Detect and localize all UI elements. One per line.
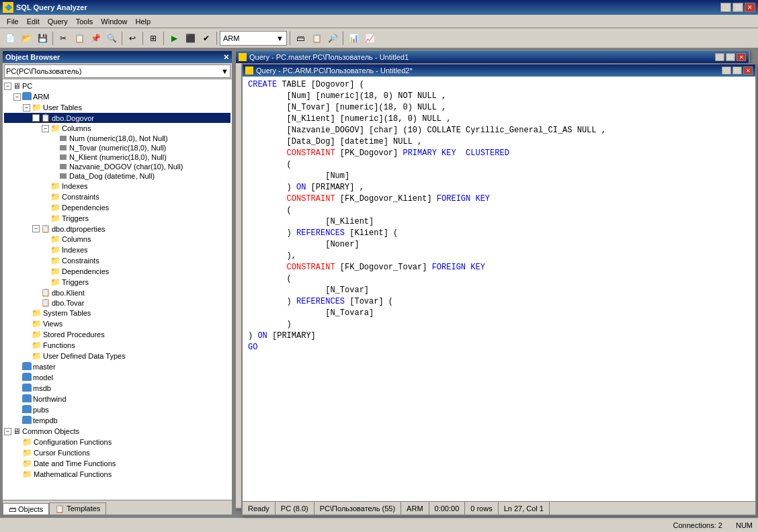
- tree-item[interactable]: − 📁 Columns: [4, 123, 230, 134]
- search-button[interactable]: 🔎: [325, 31, 340, 46]
- execution-plan-button[interactable]: 📈: [362, 31, 377, 46]
- templates-tab[interactable]: 📋 Templates: [49, 502, 106, 515]
- open-button[interactable]: 📂: [19, 31, 34, 46]
- tree-item[interactable]: model: [4, 372, 230, 383]
- maximize-button[interactable]: □: [732, 3, 743, 12]
- inner-restore[interactable]: □: [732, 66, 742, 75]
- close-button[interactable]: ✕: [745, 3, 755, 12]
- separator4: [163, 32, 164, 45]
- tree-item[interactable]: 📁 Triggers: [4, 213, 230, 224]
- tree-item[interactable]: 📁 Indexes: [4, 181, 230, 191]
- tree-item[interactable]: − 📋 dbo.dtproperties: [4, 224, 230, 234]
- tree-type-icon: 📋: [41, 298, 50, 307]
- parse-button[interactable]: ✔: [199, 31, 214, 46]
- tree-item[interactable]: − 🖥 PC: [4, 81, 230, 91]
- tree-item[interactable]: 📁 User Defined Data Types: [4, 351, 230, 361]
- database-dropdown[interactable]: ARM ▼: [220, 31, 287, 46]
- tree-type-icon: 📁: [50, 192, 60, 202]
- tree-label: Nazvanie_DOGOV (char(10), Null): [69, 163, 183, 171]
- menu-query[interactable]: Query: [44, 16, 72, 27]
- tree-type-icon: 📋: [41, 114, 50, 122]
- paste-button[interactable]: 📌: [88, 31, 103, 46]
- undo-button[interactable]: ↩: [125, 31, 140, 46]
- tree-label: Columns: [62, 235, 91, 243]
- tree-type-icon: 📋: [41, 224, 50, 233]
- code-editor[interactable]: CREATE TABLE [Dogovor] ( [Num] [numeric]…: [243, 77, 755, 501]
- code-line: ) REFERENCES [Klient] (: [248, 228, 750, 239]
- tree-item[interactable]: 📋 dbo.Klient: [4, 287, 230, 298]
- tree-item[interactable]: N_Klient (numeric(18,0), Null): [4, 152, 230, 162]
- code-token: ON: [257, 331, 267, 341]
- outer-close[interactable]: ✕: [736, 53, 746, 61]
- tree-item[interactable]: 📁 Constraints: [4, 191, 230, 202]
- menu-edit[interactable]: Edit: [23, 16, 44, 27]
- code-line: ) ON [PRIMARY]: [248, 330, 750, 342]
- find-button[interactable]: 🔍: [104, 31, 119, 46]
- copy-button[interactable]: 📋: [72, 31, 87, 46]
- objects-tab[interactable]: 🗃 Objects: [3, 503, 49, 515]
- tree-item[interactable]: master: [4, 361, 230, 372]
- tree-item[interactable]: − 📋 dbo.Dogovor: [4, 113, 230, 123]
- tree-item[interactable]: 📁 Date and Time Functions: [4, 458, 230, 469]
- tree-item[interactable]: Num (numeric(18,0), Not Null): [4, 134, 230, 143]
- tree-type-icon: 📁: [50, 267, 60, 276]
- tree-item[interactable]: 📋 dbo.Tovar: [4, 298, 230, 308]
- object-browser-button[interactable]: 🗃: [293, 31, 308, 46]
- menu-help[interactable]: Help: [131, 16, 155, 27]
- cut-button[interactable]: ✂: [56, 31, 71, 46]
- menu-file[interactable]: File: [3, 16, 23, 27]
- tree-type-icon: 📁: [32, 330, 42, 339]
- code-token: PRIMARY KEY CLUSTERED: [403, 148, 509, 158]
- inner-close[interactable]: ✕: [743, 66, 753, 75]
- status-ready: Ready: [245, 502, 276, 515]
- tree-label: Constraints: [62, 193, 99, 201]
- tree-label: master: [33, 363, 56, 371]
- tree-item[interactable]: − 📁 User Tables: [4, 102, 230, 113]
- window-split-button[interactable]: ⊞: [146, 31, 161, 46]
- tree-view[interactable]: − 🖥 PC − ARM − 📁 User Tables − 📋 dbo.Dog…: [3, 79, 232, 500]
- tree-type-icon: 📁: [50, 234, 60, 244]
- tree-item[interactable]: − 🖥 Common Objects: [4, 426, 230, 437]
- outer-restore[interactable]: □: [726, 53, 735, 61]
- tree-item[interactable]: 📁 Columns: [4, 234, 230, 245]
- tree-item[interactable]: 📁 System Tables: [4, 308, 230, 318]
- tree-item[interactable]: tempdb: [4, 415, 230, 426]
- connection-dropdown[interactable]: PC(PC\Пользователь) ▼: [4, 64, 230, 78]
- tree-label: tempdb: [33, 416, 58, 425]
- menu-window[interactable]: Window: [97, 16, 131, 27]
- tree-item[interactable]: 📁 Functions: [4, 340, 230, 351]
- save-button[interactable]: 💾: [35, 31, 50, 46]
- tree-label: Data_Dog (datetime, Null): [69, 172, 155, 180]
- minimize-button[interactable]: _: [720, 3, 731, 12]
- tree-item[interactable]: 📁 Stored Procedures: [4, 329, 230, 340]
- inner-minimize[interactable]: _: [722, 66, 731, 75]
- new-button[interactable]: 📄: [3, 31, 17, 46]
- tree-item[interactable]: pubs: [4, 404, 230, 415]
- tree-item[interactable]: 📁 Constraints: [4, 255, 230, 266]
- tree-type-icon: 📁: [32, 351, 42, 361]
- inner-query-titlebar: Query - PC.ARM.PC\Пользователь - Untitle…: [243, 64, 755, 77]
- tree-item[interactable]: − ARM: [4, 91, 230, 102]
- menu-tools[interactable]: Tools: [72, 16, 97, 27]
- inner-query-icon: [245, 66, 253, 75]
- object-browser-close[interactable]: ✕: [223, 53, 229, 62]
- tree-item[interactable]: 📁 Indexes: [4, 245, 230, 255]
- templates-button[interactable]: 📋: [309, 31, 324, 46]
- tree-item[interactable]: 📁 Mathematical Functions: [4, 469, 230, 480]
- stop-button[interactable]: ⬛: [183, 31, 198, 46]
- outer-minimize[interactable]: _: [715, 53, 724, 61]
- results-button[interactable]: 📊: [346, 31, 361, 46]
- tree-item[interactable]: N_Tovar (numeric(18,0), Null): [4, 143, 230, 152]
- tree-item[interactable]: 📁 Triggers: [4, 277, 230, 287]
- execute-button[interactable]: ▶: [167, 31, 181, 46]
- tree-item[interactable]: 📁 Configuration Functions: [4, 437, 230, 447]
- tree-item[interactable]: 📁 Dependencies: [4, 266, 230, 277]
- tree-type-icon: 🖥: [13, 427, 21, 436]
- tree-item[interactable]: 📁 Views: [4, 318, 230, 329]
- tree-item[interactable]: 📁 Cursor Functions: [4, 447, 230, 458]
- tree-item[interactable]: Nazvanie_DOGOV (char(10), Null): [4, 162, 230, 171]
- tree-item[interactable]: Data_Dog (datetime, Null): [4, 171, 230, 181]
- tree-item[interactable]: Northwind: [4, 394, 230, 404]
- tree-item[interactable]: msdb: [4, 383, 230, 394]
- tree-item[interactable]: 📁 Dependencies: [4, 202, 230, 213]
